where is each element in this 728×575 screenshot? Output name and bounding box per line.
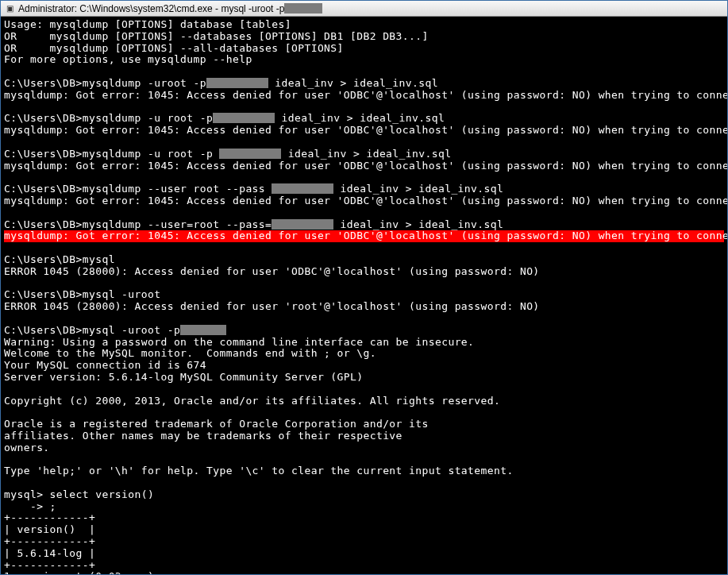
highlighted-error-line: mysqldump: Got error: 1045: Access denie… [4, 230, 724, 242]
usage-line: OR mysqldump [OPTIONS] --all-databases [… [4, 42, 344, 54]
prompt-tail: ideal_inv > ideal_inv.sql [333, 183, 503, 195]
output-line: Oracle is a registered trademark of Orac… [4, 418, 429, 430]
prompt-line: C:\Users\DB>mysql -uroot -p [4, 324, 180, 336]
titlebar[interactable]: ▣ Administrator: C:\Windows\system32\cmd… [1, 1, 727, 17]
usage-line: For more options, use mysqldump --help [4, 53, 252, 65]
output-line: Copyright (c) 2000, 2013, Oracle and/or … [4, 395, 500, 407]
error-line: mysqldump: Got error: 1045: Access denie… [4, 160, 727, 172]
usage-line: OR mysqldump [OPTIONS] --databases [OPTI… [4, 30, 429, 42]
prompt-tail: ideal_inv > ideal_inv.sql [268, 77, 438, 89]
table-border: +------------+ [4, 511, 95, 523]
prompt-line: C:\Users\DB>mysqldump -u root -p [4, 148, 219, 160]
output-line: Welcome to the MySQL monitor. Commands e… [4, 347, 376, 359]
output-line: affiliates. Other names may be trademark… [4, 430, 403, 442]
password-redacted [206, 78, 268, 88]
title-redacted [284, 3, 322, 14]
error-line: mysqldump: Got error: 1045: Access denie… [4, 89, 727, 101]
error-line: mysqldump: Got error: 1045: Access denie… [4, 195, 727, 206]
prompt-tail: ideal_inv > ideal_inv.sql [275, 112, 445, 124]
prompt-line: C:\Users\DB>mysql [4, 253, 115, 265]
output-line: owners. [4, 442, 50, 453]
prompt-line: C:\Users\DB>mysqldump --user root --pass [4, 183, 272, 195]
error-line: mysqldump: Got error: 1045: Access denie… [4, 124, 727, 136]
result-summary: 1 row in set (0.03 sec) [4, 570, 154, 574]
prompt-tail: ideal_inv > ideal_inv.sql [281, 148, 451, 160]
password-redacted [213, 113, 275, 123]
password-redacted [219, 149, 281, 159]
error-line: ERROR 1045 (28000): Access denied for us… [4, 300, 540, 312]
output-line: Server version: 5.6.14-log MySQL Communi… [4, 371, 363, 383]
prompt-line: C:\Users\DB>mysqldump -uroot -p [4, 77, 206, 89]
cmd-window: ▣ Administrator: C:\Windows\system32\cmd… [0, 0, 728, 575]
password-redacted [272, 219, 333, 230]
usage-line: Usage: mysqldump [OPTIONS] database [tab… [4, 18, 291, 30]
mysql-prompt: -> ; [4, 500, 56, 512]
table-border: +------------+ [4, 559, 95, 571]
table-row: | 5.6.14-log | [4, 547, 95, 559]
output-line: Your MySQL connection id is 674 [4, 359, 206, 371]
output-line: Type 'help;' or '\h' for help. Type '\c'… [4, 465, 514, 477]
table-border: +------------+ [4, 535, 95, 547]
prompt-tail: ideal_inv > ideal_inv.sql [333, 218, 503, 230]
password-redacted [180, 325, 226, 335]
output-line: Warning: Using a password on the command… [4, 336, 474, 348]
password-redacted [272, 183, 333, 194]
cmd-icon: ▣ [4, 3, 15, 14]
prompt-line: C:\Users\DB>mysql -uroot [4, 288, 160, 300]
prompt-line: C:\Users\DB>mysqldump --user=root --pass… [4, 218, 272, 230]
prompt-line: C:\Users\DB>mysqldump -u root -p [4, 112, 213, 124]
mysql-prompt: mysql> select version() [4, 488, 154, 500]
error-line: ERROR 1045 (28000): Access denied for us… [4, 265, 540, 277]
window-title: Administrator: C:\Windows\system32\cmd.e… [18, 3, 284, 14]
table-header: | version() | [4, 523, 95, 535]
terminal-area[interactable]: Usage: mysqldump [OPTIONS] database [tab… [1, 17, 727, 574]
